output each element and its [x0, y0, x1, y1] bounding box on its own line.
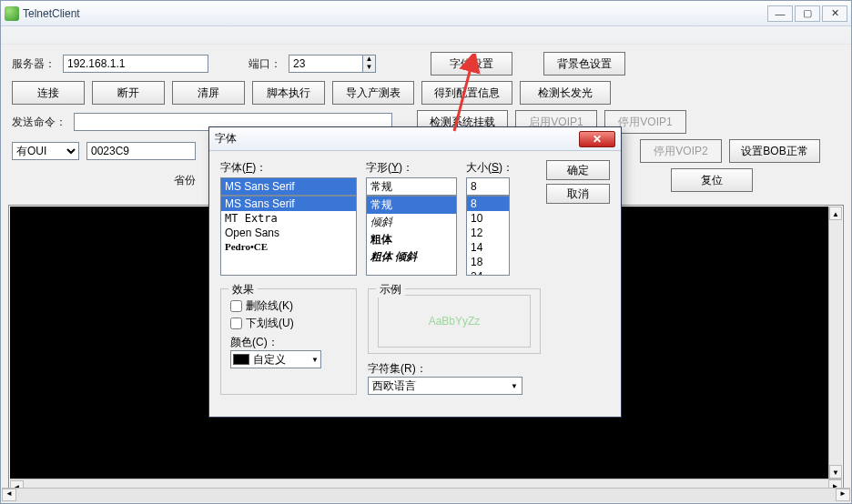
disable-voip2-button[interactable]: 停用VOIP2: [640, 139, 722, 163]
server-input[interactable]: [63, 55, 208, 73]
disconnect-button[interactable]: 断开: [92, 81, 165, 105]
color-label: 颜色(C)：: [230, 335, 347, 350]
send-cmd-label: 发送命令：: [12, 115, 66, 130]
style-item[interactable]: 粗体: [367, 231, 456, 248]
size-item[interactable]: 24: [467, 269, 509, 276]
import-testlist-button[interactable]: 导入产测表: [332, 81, 414, 105]
underline-checkbox[interactable]: [230, 318, 242, 329]
color-swatch-icon: [233, 354, 249, 365]
strikeout-label: 删除线(K): [246, 298, 293, 314]
oui-mode-select[interactable]: 有OUI: [12, 142, 79, 160]
style-item[interactable]: 粗体 倾斜: [367, 248, 456, 266]
sample-group-label: 示例: [376, 282, 405, 297]
port-label: 端口：: [248, 56, 281, 72]
maximize-button[interactable]: ▢: [795, 5, 820, 22]
port-input[interactable]: ▲▼: [289, 55, 376, 73]
scroll-up-icon[interactable]: ▲: [829, 207, 842, 220]
app-icon: [5, 6, 19, 21]
oui-value-input[interactable]: [86, 142, 196, 160]
font-size-input[interactable]: [466, 177, 510, 196]
size-field-label: 大小(S)：: [466, 160, 513, 176]
size-item[interactable]: 10: [467, 211, 509, 226]
detect-longglow-button[interactable]: 检测长发光: [520, 81, 611, 105]
clear-button[interactable]: 清屏: [172, 81, 245, 105]
font-item[interactable]: Pedro•CE: [221, 240, 356, 253]
bgcolor-setting-button[interactable]: 背景色设置: [543, 52, 625, 76]
color-select[interactable]: 自定义 ▼: [230, 350, 321, 368]
font-item[interactable]: MS Sans Serif: [221, 197, 356, 211]
main-window: TelnetClient — ▢ ✕ 服务器： 端口： ▲▼ 字体设置 背景色设…: [0, 0, 852, 504]
connect-button[interactable]: 连接: [12, 81, 85, 105]
font-style-input[interactable]: [366, 177, 457, 196]
font-name-input[interactable]: [220, 177, 357, 196]
province-label: 省份: [174, 173, 196, 188]
minimize-button[interactable]: —: [767, 5, 793, 22]
ok-button[interactable]: 确定: [546, 160, 610, 180]
size-item[interactable]: 14: [467, 240, 509, 255]
script-exec-button[interactable]: 脚本执行: [252, 81, 325, 105]
dialog-titlebar: 字体 ✕: [209, 127, 621, 151]
get-config-button[interactable]: 得到配置信息: [421, 81, 512, 105]
style-item[interactable]: 常规: [367, 197, 456, 214]
port-down-icon[interactable]: ▼: [362, 64, 375, 72]
scroll-down-icon[interactable]: ▼: [829, 465, 842, 479]
strikeout-checkbox[interactable]: [230, 300, 242, 312]
font-item[interactable]: Open Sans: [221, 226, 356, 240]
window-scrollbar[interactable]: ◄ ►: [2, 488, 850, 502]
titlebar: TelnetClient — ▢ ✕: [1, 1, 851, 26]
vertical-scrollbar[interactable]: ▲ ▼: [828, 207, 842, 479]
font-listbox[interactable]: MS Sans Serif MT Extra Open Sans Pedro•C…: [220, 196, 357, 276]
toolbar-placeholder: [1, 26, 851, 45]
set-bob-normal-button[interactable]: 设置BOB正常: [729, 139, 820, 163]
dialog-close-button[interactable]: ✕: [579, 131, 615, 147]
cancel-button[interactable]: 取消: [546, 184, 610, 204]
size-listbox[interactable]: 8 10 12 14 18 24: [466, 196, 510, 276]
effects-group-label: 效果: [228, 282, 258, 297]
font-field-label: 字体(F)：: [220, 160, 357, 176]
reset-button[interactable]: 复位: [671, 168, 753, 192]
size-item[interactable]: 18: [467, 255, 509, 269]
style-field-label: 字形(Y)：: [366, 160, 457, 176]
dialog-title: 字体: [215, 131, 579, 146]
chevron-down-icon: ▼: [311, 356, 319, 364]
sample-preview: AaBbYyZz: [378, 295, 531, 348]
window-title: TelnetClient: [23, 7, 767, 20]
font-item[interactable]: MT Extra: [221, 211, 356, 226]
charset-select[interactable]: 西欧语言 ▼: [368, 377, 522, 395]
charset-label: 字符集(R)：: [368, 361, 541, 377]
win-scroll-left-icon[interactable]: ◄: [2, 489, 16, 501]
font-dialog: 字体 ✕ 确定 取消 字体(F)： MS Sans Serif MT Extra…: [208, 126, 622, 418]
size-item[interactable]: 8: [467, 197, 509, 211]
font-setting-button[interactable]: 字体设置: [431, 52, 512, 76]
win-scroll-right-icon[interactable]: ►: [836, 489, 850, 501]
close-button[interactable]: ✕: [822, 5, 847, 22]
style-listbox[interactable]: 常规 倾斜 粗体 粗体 倾斜: [366, 196, 457, 276]
server-label: 服务器：: [12, 56, 56, 72]
chevron-down-icon: ▼: [511, 382, 518, 390]
underline-label: 下划线(U): [246, 316, 294, 331]
size-item[interactable]: 12: [467, 226, 509, 240]
style-item[interactable]: 倾斜: [367, 214, 456, 231]
